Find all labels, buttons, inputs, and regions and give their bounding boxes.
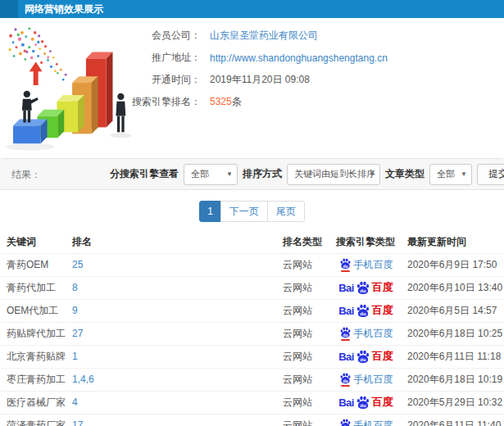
engine-label: 手机百度	[354, 373, 393, 387]
rank-cell: 25	[66, 253, 276, 276]
caret-down-icon: ▼	[226, 170, 233, 178]
baidu-paw-icon: du	[339, 418, 352, 426]
rank-link[interactable]: 27	[72, 328, 83, 339]
svg-text:du: du	[343, 264, 347, 269]
rank-type-cell: 云网站	[276, 253, 327, 276]
keyword-cell: 枣庄膏药加工	[0, 368, 66, 391]
engine-rank-unit: 条	[232, 96, 242, 107]
updated-time-cell: 2020年6月5日 14:57	[405, 299, 504, 322]
rank-link[interactable]: 25	[72, 259, 83, 270]
table-row: OEM代加工 9 云网站 Bai du	[0, 299, 504, 322]
col-header-rank: 排名	[66, 232, 276, 253]
engine-rank-count: 5325	[210, 96, 232, 107]
paw-underline-icon	[341, 385, 350, 387]
results-table: 关键词 排名 排名类型 搜索引擎类型 最新更新时间 膏药OEM 25 云网站 B…	[0, 232, 504, 426]
engine-label: 百度	[372, 395, 393, 410]
updated-time-cell: 2020年6月10日 13:40	[405, 276, 504, 299]
sort-order-select[interactable]: 关键词由短到长排序 ▼	[287, 164, 380, 185]
member-info-section: 会员公司： 山东皇圣堂药业有限公司 推广地址： http://www.shand…	[0, 18, 504, 157]
keyword-cell: 北京膏药贴牌	[0, 345, 66, 368]
businessman-left-icon	[22, 91, 39, 123]
engine-cell: Bai du 手机百度	[339, 372, 393, 387]
engine-cell: Bai du 百度	[338, 395, 393, 410]
table-row: 菏泽膏药厂家 17 云网站 Bai du	[0, 414, 504, 426]
baidu-logo-text: Bai	[338, 397, 354, 409]
last-page-button[interactable]: 尾页	[267, 201, 305, 222]
rank-link[interactable]: 9	[72, 305, 78, 316]
engine-cell: Bai du 百度	[338, 349, 393, 364]
svg-text:du: du	[343, 378, 347, 383]
baidu-logo-text: Bai	[338, 351, 354, 363]
rank-cell: 9	[66, 299, 276, 322]
baidu-paw-icon: du	[356, 280, 370, 295]
svg-text:du: du	[360, 311, 366, 316]
col-header-rank-type: 排名类型	[276, 232, 327, 253]
engine-filter-value: 全部	[191, 168, 209, 180]
rank-link[interactable]: 1	[72, 351, 78, 362]
growth-chart-graphic	[2, 25, 157, 154]
updated-time-cell: 2020年6月11日 11:40	[405, 414, 504, 426]
sort-order-label: 排序方式	[243, 167, 282, 181]
engine-filter-select[interactable]: 全部 ▼	[184, 164, 238, 185]
keyword-cell: 膏药OEM	[0, 253, 66, 276]
article-type-value: 全部	[437, 168, 455, 180]
engine-cell: Bai du 百度	[338, 303, 393, 318]
updated-time-cell: 2020年6月18日 10:19	[405, 368, 504, 391]
table-row: 枣庄膏药加工 1,4,6 云网站 Bai du	[0, 368, 504, 391]
baidu-paw-icon: du	[339, 326, 352, 341]
rank-cell: 1,4,6	[66, 368, 276, 391]
caret-down-icon: ▼	[461, 170, 467, 178]
baidu-paw-icon: du	[356, 395, 370, 410]
baidu-paw-icon: du	[356, 349, 370, 364]
keyword-cell: 膏药代加工	[0, 276, 66, 299]
keyword-cell: 医疗器械厂家	[0, 391, 66, 414]
open-time-value: 2019年11月20日 09:08	[210, 73, 310, 87]
table-row: 药贴牌代加工 27 云网站 Bai du	[0, 322, 504, 345]
engine-filter-label: 分搜索引擎查看	[110, 167, 179, 181]
engine-label: 手机百度	[354, 327, 393, 341]
table-header-row: 关键词 排名 排名类型 搜索引擎类型 最新更新时间	[0, 232, 504, 253]
engine-label: 手机百度	[354, 419, 393, 426]
filter-bar: 结果： 分搜索引擎查看 全部 ▼ 排序方式 关键词由短到长排序 ▼ 文章类型 全…	[0, 158, 504, 190]
engine-label: 百度	[372, 303, 393, 318]
keyword-cell: OEM代加工	[0, 299, 66, 322]
rank-cell: 27	[66, 322, 276, 345]
page-1-button[interactable]: 1	[199, 201, 221, 222]
engine-label: 百度	[372, 280, 393, 295]
next-page-button[interactable]: 下一页	[220, 201, 268, 222]
engine-cell: Bai du 百度	[338, 280, 393, 295]
engine-label: 手机百度	[354, 258, 393, 272]
article-type-label: 文章类型	[385, 167, 425, 181]
updated-time-cell: 2020年6月11日 11:18	[405, 345, 504, 368]
rank-cell: 8	[66, 276, 276, 299]
rank-link[interactable]: 17	[72, 419, 83, 426]
engine-rank-value: 5325条	[210, 95, 242, 109]
article-type-select[interactable]: 全部 ▼	[429, 164, 472, 185]
filter-controls: 分搜索引擎查看 全部 ▼ 排序方式 关键词由短到长排序 ▼ 文章类型 全部 ▼ …	[0, 159, 504, 189]
updated-time-cell: 2020年6月18日 10:25	[405, 322, 504, 345]
baidu-paw-icon: du	[356, 303, 370, 318]
sort-order-value: 关键词由短到长排序	[294, 168, 375, 180]
title-bar: 网络营销效果展示	[0, 0, 504, 18]
businessman-right-icon	[116, 93, 125, 133]
updated-time-cell: 2020年5月29日 10:32	[405, 391, 504, 414]
rank-link[interactable]: 1,4,6	[72, 374, 94, 385]
table-row: 膏药代加工 8 云网站 Bai du	[0, 276, 504, 299]
engine-cell: Bai du 手机百度	[339, 326, 393, 341]
engine-cell: Bai du 手机百度	[339, 418, 393, 426]
svg-text:du: du	[360, 288, 366, 293]
svg-text:du: du	[343, 333, 347, 338]
rank-type-cell: 云网站	[276, 276, 327, 299]
keyword-cell: 菏泽膏药厂家	[0, 414, 66, 426]
submit-button[interactable]: 提交	[477, 164, 504, 185]
table-row: 膏药OEM 25 云网站 Bai du	[0, 253, 504, 276]
member-company-link[interactable]: 山东皇圣堂药业有限公司	[210, 29, 318, 43]
rank-link[interactable]: 8	[72, 282, 78, 293]
caret-down-icon: ▼	[369, 170, 375, 178]
baidu-logo-text: Bai	[338, 282, 354, 294]
baidu-logo-text: Bai	[338, 305, 354, 317]
rank-link[interactable]: 4	[72, 397, 78, 408]
page-title: 网络营销效果展示	[25, 0, 504, 18]
promo-url-link[interactable]: http://www.shandonghuangshengtang.cn	[210, 52, 388, 64]
paw-underline-icon	[341, 339, 350, 341]
